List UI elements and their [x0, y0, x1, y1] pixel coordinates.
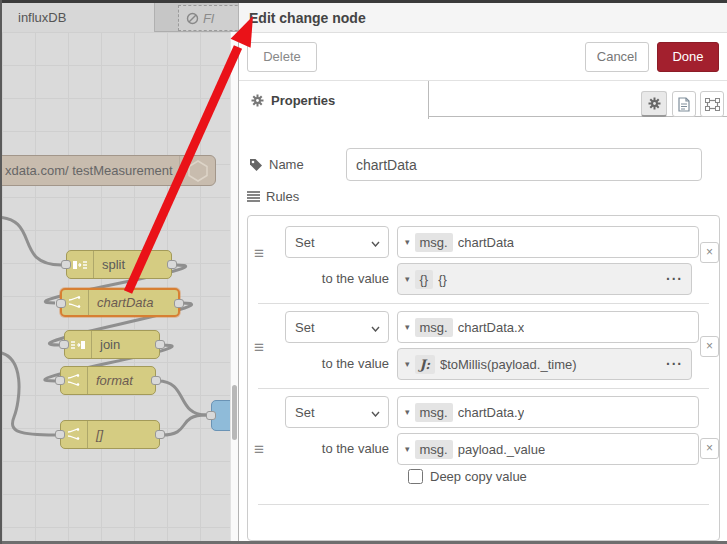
- caret-icon[interactable]: ▾: [405, 359, 410, 369]
- type-chip[interactable]: msg.: [415, 233, 453, 252]
- node-label: []: [88, 421, 159, 448]
- appearance-icon: [705, 98, 720, 111]
- list-icon: [247, 191, 260, 202]
- change-icon: [62, 290, 89, 315]
- caret-icon[interactable]: ▾: [405, 237, 410, 247]
- output-port[interactable]: [155, 430, 165, 439]
- document-icon: [678, 97, 690, 112]
- node-label: split: [94, 251, 171, 278]
- window-border-left: [0, 0, 2, 544]
- flow-tab-influxdb[interactable]: influxDB: [2, 3, 155, 32]
- gear-icon: [251, 94, 264, 107]
- node-label: format: [88, 367, 155, 394]
- editor-tab-bar: Properties: [239, 80, 727, 117]
- node-format[interactable]: format: [60, 366, 156, 395]
- deep-copy-label: Deep copy value: [430, 469, 527, 484]
- rule-separator: [258, 303, 709, 304]
- node-label: join: [92, 331, 159, 358]
- rules-label: Rules: [247, 189, 299, 204]
- expand-editor-button[interactable]: ···: [666, 271, 691, 287]
- type-chip[interactable]: {}: [415, 270, 434, 289]
- caret-icon[interactable]: ▾: [405, 407, 410, 417]
- output-port[interactable]: [155, 340, 165, 349]
- input-port[interactable]: [55, 376, 65, 385]
- influxdb-logo-icon: [179, 156, 215, 185]
- rule-value-input[interactable]: ▾ {} {} ···: [397, 263, 692, 295]
- output-port[interactable]: [167, 260, 177, 269]
- caret-icon[interactable]: ▾: [405, 274, 410, 284]
- type-chip[interactable]: msg.: [415, 318, 453, 337]
- delete-button[interactable]: Delete: [247, 42, 317, 72]
- output-port[interactable]: [151, 376, 161, 385]
- remove-rule-button[interactable]: ×: [700, 438, 719, 459]
- done-button[interactable]: Done: [657, 42, 719, 72]
- remove-rule-button[interactable]: ×: [700, 242, 719, 263]
- caret-icon[interactable]: ▾: [405, 322, 410, 332]
- rule-value-input[interactable]: ▾ msg. payload._value: [397, 433, 699, 465]
- window-border-top: [0, 0, 727, 3]
- expression-type-chip[interactable]: J:: [415, 355, 435, 374]
- join-icon: [65, 331, 92, 358]
- edit-properties-button[interactable]: [641, 91, 667, 117]
- to-the-value-label: to the value: [285, 433, 389, 465]
- tab-properties[interactable]: Properties: [239, 81, 429, 119]
- rule-property-input[interactable]: ▾ msg. chartData.y: [397, 396, 699, 428]
- change-icon: [61, 421, 88, 448]
- output-port[interactable]: [174, 299, 184, 308]
- rule-separator: [258, 504, 709, 505]
- expand-editor-button[interactable]: ···: [666, 356, 691, 372]
- rule-separator: [258, 388, 709, 389]
- node-appearance-button[interactable]: [700, 91, 724, 117]
- rules-list: ≡ Set ▾ msg. chartData to the value ▾ {}: [247, 215, 720, 541]
- rule-value-input[interactable]: ▾ J: $toMillis(payload._time) ···: [397, 348, 692, 380]
- rule-action-select[interactable]: Set: [285, 311, 389, 343]
- remove-rule-button[interactable]: ×: [700, 336, 719, 357]
- type-chip[interactable]: msg.: [415, 440, 453, 459]
- deep-copy-checkbox[interactable]: [408, 469, 423, 484]
- canvas-vertical-scrollbar[interactable]: [230, 32, 238, 541]
- tab-properties-label: Properties: [271, 93, 335, 108]
- disabled-flow-icon: [186, 12, 199, 25]
- flow-tab-bar: influxDB Fl: [2, 3, 238, 32]
- tray-header: Edit change node: [239, 3, 727, 33]
- name-row: Name: [249, 148, 702, 181]
- caret-icon[interactable]: ▾: [405, 444, 410, 454]
- node-influxdb-out[interactable]: xdata.com/ testMeasurement: [2, 155, 216, 186]
- scrollbar-thumb[interactable]: [232, 385, 237, 440]
- tray-toolbar: Delete Cancel Done: [239, 33, 727, 80]
- rule-property-input[interactable]: ▾ msg. chartData: [397, 226, 699, 258]
- cancel-button[interactable]: Cancel: [585, 42, 649, 72]
- node-label: chartData: [89, 290, 178, 315]
- change-icon: [61, 367, 88, 394]
- edit-tray: Edit change node Delete Cancel Done Prop…: [238, 3, 727, 541]
- input-port[interactable]: [59, 340, 69, 349]
- node-split[interactable]: split: [66, 250, 172, 279]
- input-port[interactable]: [206, 411, 216, 420]
- node-join[interactable]: join: [64, 330, 160, 359]
- node-chartdata[interactable]: chartData: [60, 288, 180, 317]
- rule-action-select[interactable]: Set: [285, 226, 389, 258]
- flow-workspace: influxDB Fl: [2, 3, 238, 541]
- node-brackets[interactable]: []: [60, 420, 160, 449]
- to-the-value-label: to the value: [285, 348, 389, 380]
- chevron-down-icon: [371, 403, 388, 421]
- rule-action-select[interactable]: Set: [285, 396, 389, 428]
- flow-tab-label: Fl: [203, 11, 214, 26]
- input-port[interactable]: [55, 430, 65, 439]
- edit-description-button[interactable]: [672, 91, 696, 117]
- tag-icon: [249, 158, 263, 172]
- to-the-value-label: to the value: [285, 263, 389, 295]
- type-chip[interactable]: msg.: [415, 403, 453, 422]
- input-port[interactable]: [61, 260, 71, 269]
- drag-handle-icon[interactable]: ≡: [254, 244, 274, 264]
- deep-copy-row: Deep copy value: [408, 469, 527, 484]
- name-input[interactable]: [346, 148, 702, 181]
- flow-tab-disabled[interactable]: Fl: [178, 5, 238, 31]
- flow-canvas[interactable]: xdata.com/ testMeasurement split ch: [2, 32, 238, 541]
- rule-property-input[interactable]: ▾ msg. chartData.x: [397, 311, 699, 343]
- drag-handle-icon[interactable]: ≡: [254, 440, 274, 460]
- name-label: Name: [249, 157, 346, 172]
- drag-handle-icon[interactable]: ≡: [254, 338, 274, 358]
- chevron-down-icon: [371, 318, 388, 336]
- input-port[interactable]: [56, 299, 66, 308]
